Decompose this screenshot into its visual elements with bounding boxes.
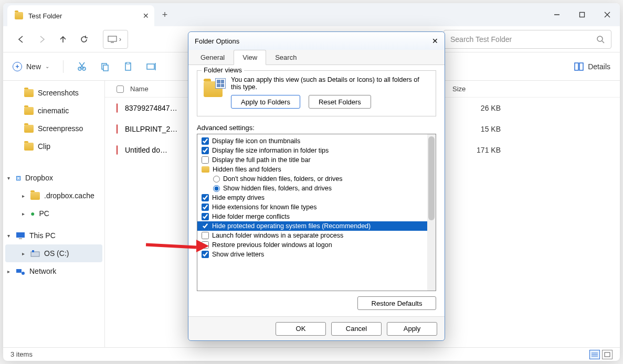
svg-rect-18 [575, 63, 578, 70]
details-button[interactable]: Details [574, 62, 610, 71]
cut-button[interactable] [77, 62, 87, 71]
refresh-button[interactable] [75, 30, 93, 49]
checkbox[interactable] [202, 222, 209, 230]
tab-general[interactable]: General [192, 50, 234, 65]
sidebar-item-dropbox[interactable]: ▾⧈Dropbox [3, 169, 104, 187]
rename-button[interactable] [146, 62, 157, 71]
sidebar-item-this-pc[interactable]: ▾This PC [3, 227, 104, 244]
chevron-down-icon[interactable]: ▾ [5, 233, 12, 239]
checkbox[interactable] [202, 204, 209, 211]
close-icon[interactable]: ✕ [143, 12, 149, 20]
back-button[interactable] [12, 30, 30, 49]
folder-icon [24, 143, 34, 151]
advanced-setting-item[interactable]: Display file size information in folder … [197, 146, 436, 155]
restore-defaults-button[interactable]: Restore Defaults [357, 296, 436, 310]
svg-rect-16 [147, 64, 154, 69]
folder-icon [24, 107, 34, 115]
ok-button[interactable]: OK [276, 322, 326, 336]
checkbox[interactable] [202, 213, 209, 220]
drive-icon [30, 250, 40, 257]
column-name[interactable]: Name [130, 85, 149, 93]
chevron-right-icon[interactable]: ▸ [20, 211, 26, 217]
pdf-icon [117, 125, 118, 133]
maximize-button[interactable] [569, 3, 595, 26]
sidebar-item-os-c[interactable]: ▸OS (C:) [5, 244, 102, 262]
pc-icon [16, 232, 25, 239]
advanced-setting-item[interactable]: Hide empty drives [197, 193, 436, 202]
up-button[interactable] [54, 30, 72, 49]
svg-rect-20 [16, 232, 25, 238]
tab-test-folder[interactable]: Test Folder ✕ [7, 5, 154, 26]
network-icon [16, 267, 25, 275]
scrollbar-thumb[interactable] [428, 136, 435, 220]
folder-views-text: You can apply this view (such as Details… [231, 76, 429, 91]
new-tab-button[interactable]: + [154, 3, 175, 26]
sidebar-item[interactable]: Screenpresso [3, 120, 104, 137]
svg-rect-15 [126, 62, 130, 64]
checkbox[interactable] [202, 232, 209, 239]
advanced-settings-list[interactable]: Display file icon on thumbnailsDisplay f… [197, 134, 436, 291]
new-button[interactable]: + New ⌄ [13, 62, 49, 71]
svg-rect-29 [605, 352, 610, 357]
status-bar: 3 items [3, 347, 620, 361]
advanced-setting-item[interactable]: Launch folder windows in a separate proc… [197, 231, 436, 240]
close-button[interactable] [595, 3, 620, 26]
advanced-setting-item[interactable]: Show drive letters [197, 250, 436, 259]
chevron-right-icon[interactable]: › [117, 36, 123, 43]
chevron-down-icon[interactable]: ▾ [5, 175, 12, 181]
svg-rect-24 [16, 269, 22, 273]
radio[interactable] [213, 185, 220, 192]
sidebar: Screenshots cinematic Screenpresso Clip … [3, 81, 105, 347]
apply-button[interactable]: Apply [387, 322, 437, 336]
chevron-right-icon[interactable]: ▸ [20, 251, 26, 256]
radio[interactable] [213, 176, 220, 183]
title-bar: Test Folder ✕ + [3, 3, 620, 26]
advanced-setting-item[interactable]: Show hidden files, folders, and drives [197, 184, 436, 193]
cancel-button[interactable]: Cancel [331, 322, 382, 336]
sidebar-item[interactable]: Screenshots [3, 84, 104, 102]
sidebar-item[interactable]: ▸.dropbox.cache [3, 187, 104, 205]
checkbox[interactable] [202, 194, 209, 201]
chevron-right-icon[interactable]: ▸ [5, 269, 12, 274]
sidebar-item-network[interactable]: ▸Network [3, 262, 104, 280]
sidebar-item[interactable]: Clip [3, 137, 104, 155]
dialog-title: Folder Options [195, 37, 239, 45]
scrollbar[interactable] [427, 134, 436, 291]
search-placeholder: Search Test Folder [450, 35, 512, 44]
advanced-setting-item[interactable]: Hide extensions for known file types [197, 202, 436, 212]
sidebar-item[interactable]: cinematic [3, 102, 104, 120]
forward-button[interactable] [33, 30, 51, 49]
sidebar-item[interactable]: ▸●PC [3, 205, 104, 222]
advanced-setting-item[interactable]: Hide protected operating system files (R… [197, 221, 436, 231]
checkbox[interactable] [202, 156, 209, 164]
dialog-close-button[interactable]: ✕ [432, 37, 438, 45]
advanced-setting-item[interactable]: Restore previous folder windows at logon [197, 240, 436, 250]
chevron-right-icon[interactable]: ▸ [20, 193, 26, 199]
setting-label: Hide empty drives [212, 194, 265, 201]
reset-folders-button[interactable]: Reset Folders [309, 95, 371, 109]
icons-view-button[interactable] [602, 350, 613, 359]
paste-button[interactable] [123, 62, 133, 71]
svg-rect-23 [32, 250, 34, 252]
checkbox[interactable] [202, 147, 209, 154]
select-all-checkbox[interactable] [117, 85, 124, 93]
advanced-setting-item[interactable]: Don't show hidden files, folders, or dri… [197, 174, 436, 184]
apply-to-folders-button[interactable]: Apply to Folders [231, 95, 300, 109]
advanced-setting-item[interactable]: Display file icon on thumbnails [197, 136, 436, 146]
setting-label: Launch folder windows in a separate proc… [212, 232, 343, 239]
advanced-setting-item[interactable]: Hide folder merge conflicts [197, 212, 436, 221]
tab-view[interactable]: View [234, 50, 266, 65]
advanced-settings-label: Advanced settings: [197, 124, 436, 132]
copy-button[interactable] [100, 62, 110, 71]
advanced-setting-item[interactable]: Hidden files and folders [197, 165, 436, 174]
checkbox[interactable] [202, 137, 209, 145]
minimize-button[interactable] [544, 3, 569, 26]
dialog-body: Folder views You can apply this view (su… [188, 65, 445, 316]
address-bar[interactable]: › [103, 30, 128, 49]
column-size[interactable]: Size [452, 85, 515, 93]
setting-label: Hide folder merge conflicts [212, 213, 290, 220]
advanced-setting-item[interactable]: Display the full path in the title bar [197, 155, 436, 165]
search-input[interactable]: Search Test Folder [444, 30, 611, 49]
details-view-button[interactable] [589, 350, 600, 359]
tab-search[interactable]: Search [266, 50, 305, 65]
